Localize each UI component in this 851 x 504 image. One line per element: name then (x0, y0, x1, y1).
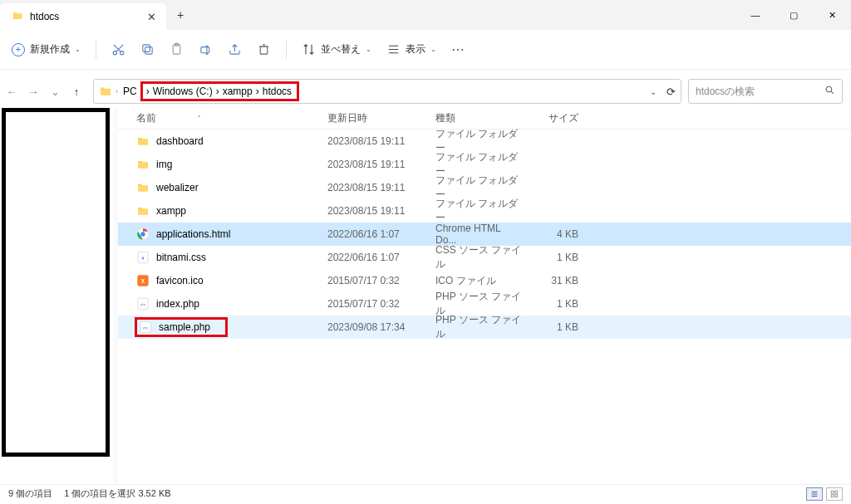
file-name-cell: dashboard (136, 135, 327, 148)
back-button[interactable]: ← (2, 81, 22, 101)
file-date: 2022/06/16 1:07 (327, 228, 435, 240)
file-row[interactable]: dashboard2023/08/15 19:11ファイル フォルダー (118, 130, 851, 153)
file-row[interactable]: img2023/08/15 19:11ファイル フォルダー (118, 153, 851, 176)
file-row[interactable]: phpindex.php2015/07/17 0:32PHP ソース ファイル1… (118, 292, 851, 316)
file-name-cell: phpindex.php (136, 297, 327, 311)
minimize-button[interactable]: — (736, 0, 775, 30)
file-name: xampp (156, 205, 186, 217)
close-button[interactable]: ✕ (813, 0, 851, 30)
view-button[interactable]: 表示 ⌄ (386, 42, 436, 56)
breadcrumb-drive[interactable]: Windows (C:) (151, 86, 214, 97)
sort-button[interactable]: 並べ替え ⌄ (302, 42, 371, 56)
svg-rect-7 (260, 46, 268, 54)
column-name[interactable]: 名前 ˄ (136, 111, 327, 125)
history-dropdown[interactable]: ⌄ (45, 81, 65, 101)
file-date: 2015/07/17 0:32 (327, 275, 435, 286)
svg-rect-20 (835, 491, 838, 493)
file-row[interactable]: applications.html2022/06/16 1:07Chrome H… (118, 223, 851, 246)
sort-label: 並べ替え (321, 42, 361, 56)
file-date: 2023/08/15 19:11 (327, 159, 435, 170)
file-row[interactable]: webalizer2023/08/15 19:11ファイル フォルダー (118, 176, 851, 199)
svg-point-8 (826, 86, 832, 92)
svg-rect-22 (835, 494, 838, 497)
address-dropdown-icon[interactable]: ⌄ (650, 87, 657, 96)
breadcrumb-highlight: › Windows (C:) › xampp › htdocs (140, 81, 299, 101)
address-bar[interactable]: › PC › Windows (C:) › xampp › htdocs ⌄ ⟳ (93, 79, 681, 104)
file-type: ファイル フォルダー (435, 197, 524, 225)
breadcrumb-xampp[interactable]: xampp (221, 86, 254, 97)
up-button[interactable]: ↑ (66, 81, 86, 101)
status-item-count: 9 個の項目 (8, 487, 52, 500)
refresh-button[interactable]: ⟳ (667, 86, 676, 98)
xampp-icon: X (136, 274, 150, 287)
copy-button[interactable] (140, 42, 155, 56)
breadcrumb-htdocs[interactable]: htdocs (261, 86, 293, 97)
file-name: bitnami.css (156, 252, 206, 263)
file-row[interactable]: phpsample.php2023/09/08 17:34PHP ソース ファイ… (118, 316, 851, 339)
file-name-cell: xampp (136, 204, 327, 218)
details-view-toggle[interactable] (806, 487, 823, 501)
divider (286, 41, 287, 59)
plus-icon: + (12, 43, 25, 56)
folder-icon (136, 135, 150, 148)
file-name-cell: phpsample.php (136, 317, 327, 337)
file-row[interactable]: xampp2023/08/15 19:11ファイル フォルダー (118, 199, 851, 223)
thumbnails-view-toggle[interactable] (826, 487, 843, 501)
share-button[interactable] (228, 42, 242, 56)
more-button[interactable]: ⋯ (451, 42, 466, 57)
paste-button[interactable] (170, 42, 184, 56)
folder-icon (12, 10, 23, 24)
file-row[interactable]: Xfavicon.ico2015/07/17 0:32ICO ファイル31 KB (118, 269, 851, 292)
folder-icon (136, 181, 150, 194)
view-label: 表示 (406, 42, 426, 56)
file-type: PHP ソース ファイル (435, 313, 524, 341)
close-tab-icon[interactable]: ✕ (147, 11, 156, 23)
file-name: img (156, 159, 172, 170)
svg-text:php: php (143, 326, 148, 330)
breadcrumb-pc[interactable]: PC (121, 86, 139, 97)
file-name: sample.php (159, 321, 210, 333)
file-name: index.php (156, 298, 199, 310)
chevron-right-icon: › (256, 86, 259, 97)
php-icon: php (139, 321, 152, 334)
chevron-right-icon: › (216, 86, 219, 97)
window-tab[interactable]: htdocs ✕ (0, 3, 166, 30)
svg-rect-21 (831, 494, 834, 497)
title-bar: htdocs ✕ + — ▢ ✕ (0, 0, 851, 30)
svg-rect-3 (143, 45, 150, 52)
main-area: 名前 ˄ 更新日時 種類 サイズ dashboard2023/08/15 19:… (0, 108, 851, 484)
cut-button[interactable] (111, 42, 125, 56)
new-button[interactable]: + 新規作成 ⌄ (12, 42, 81, 56)
file-name: applications.html (156, 228, 230, 240)
file-type: CSS ソース ファイル (435, 243, 524, 272)
file-type: ICO ファイル (435, 274, 524, 288)
column-type[interactable]: 種類 (435, 111, 524, 125)
maximize-button[interactable]: ▢ (775, 0, 813, 30)
rename-button[interactable] (199, 42, 213, 56)
search-input[interactable]: htdocsの検索 (688, 79, 843, 104)
navigation-pane[interactable] (0, 108, 113, 484)
window-controls: — ▢ ✕ (736, 0, 851, 30)
folder-icon (99, 85, 112, 98)
file-name: favicon.ico (156, 275, 204, 286)
redacted-sidebar (2, 108, 110, 457)
file-date: 2023/08/15 19:11 (327, 205, 435, 217)
column-size[interactable]: サイズ (524, 111, 578, 125)
sort-ascending-icon: ˄ (198, 115, 201, 122)
status-bar: 9 個の項目 1 個の項目を選択 3.52 KB (0, 484, 851, 502)
file-rows: dashboard2023/08/15 19:11ファイル フォルダーimg20… (118, 130, 851, 339)
chevron-right-icon: › (146, 86, 150, 97)
file-type: Chrome HTML Do... (435, 223, 524, 246)
file-name-cell: webalizer (136, 181, 327, 194)
chevron-right-icon: › (116, 87, 118, 95)
chevron-down-icon: ⌄ (75, 46, 81, 53)
forward-button[interactable]: → (23, 81, 43, 101)
file-size: 1 KB (524, 298, 578, 310)
column-date[interactable]: 更新日時 (327, 111, 435, 125)
file-row[interactable]: #bitnami.css2022/06/16 1:07CSS ソース ファイル1… (118, 246, 851, 269)
delete-button[interactable] (257, 42, 271, 56)
svg-text:#: # (142, 257, 145, 261)
file-size: 1 KB (524, 252, 578, 263)
new-tab-button[interactable]: + (166, 0, 194, 30)
chrome-icon (136, 228, 150, 241)
